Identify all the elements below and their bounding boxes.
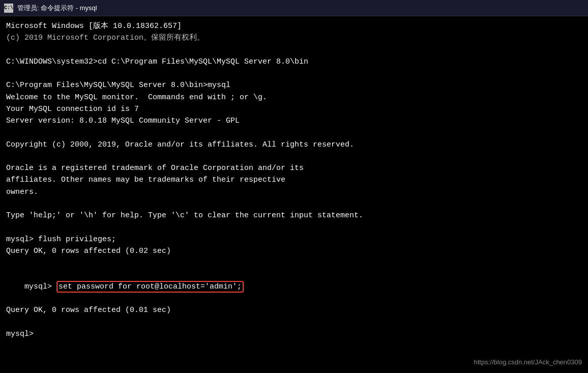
copyright2-line: Copyright (c) 2000, 2019, Oracle and/or … xyxy=(6,139,582,151)
empty-line-4 xyxy=(6,151,582,162)
empty-line-5 xyxy=(6,198,582,210)
query-ok1-line: Query OK, 0 rows affected (0.02 sec) xyxy=(6,245,582,257)
server-version-line: Server version: 8.0.18 MySQL Community S… xyxy=(6,115,582,127)
title-bar-text: 管理员: 命令提示符 - mysql xyxy=(17,4,97,13)
terminal-window[interactable]: Microsoft Windows [版本 10.0.18362.657] (c… xyxy=(0,16,588,373)
empty-line-8 xyxy=(6,316,582,328)
mysql-prompt-line: C:\Program Files\MySQL\MySQL Server 8.0\… xyxy=(6,79,582,91)
cd-command-line: C:\WINDOWS\system32>cd C:\Program Files\… xyxy=(6,56,582,68)
query-ok2-line: Query OK, 0 rows affected (0.01 sec) xyxy=(6,304,582,316)
set-pwd-line: mysql> set password for root@localhost='… xyxy=(6,269,582,304)
empty-line-2 xyxy=(6,68,582,79)
set-pwd-prefix: mysql> xyxy=(24,282,56,291)
empty-line-1 xyxy=(6,44,582,56)
oracle2-line: affiliates. Other names may be trademark… xyxy=(6,174,582,186)
oracle1-line: Oracle is a registered trademark of Orac… xyxy=(6,162,582,174)
welcome-line: Welcome to the MySQL monitor. Commands e… xyxy=(6,92,582,103)
empty-line-7 xyxy=(6,257,582,269)
empty-line-3 xyxy=(6,127,582,138)
oracle3-line: owners. xyxy=(6,186,582,198)
connection-id-line: Your MySQL connection id is 7 xyxy=(6,103,582,115)
cmd-icon: C:\ xyxy=(4,4,13,13)
mysql-final-line: mysql> xyxy=(6,328,582,340)
type-help-line: Type 'help;' or '\h' for help. Type '\c'… xyxy=(6,210,582,221)
flush-cmd-line: mysql> flush privileges; xyxy=(6,234,582,245)
empty-line-6 xyxy=(6,221,582,233)
copyright-line: (c) 2019 Microsoft Corporation。保留所有权利。 xyxy=(6,32,582,44)
win-version-line: Microsoft Windows [版本 10.0.18362.657] xyxy=(6,20,582,32)
title-bar: C:\ 管理员: 命令提示符 - mysql xyxy=(0,0,588,16)
set-pwd-highlight: set password for root@localhost='admin'; xyxy=(56,281,244,293)
watermark: https://blog.csdn.net/JAck_chen0309 xyxy=(474,358,582,366)
